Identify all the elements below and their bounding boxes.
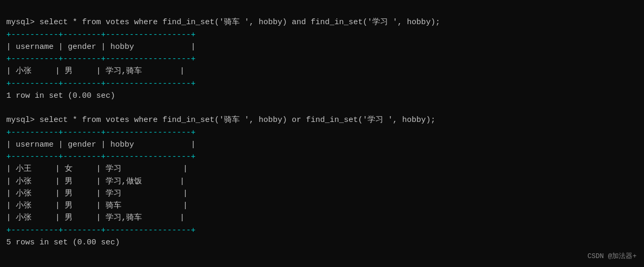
- query2-row-1: | 小张 | 男 | 学习,做饭 |: [6, 177, 185, 186]
- query1-header: | username | gender | hobby |: [6, 43, 196, 52]
- query2-header: | username | gender | hobby |: [6, 140, 196, 149]
- query2-row-2: | 小张 | 男 | 学习 |: [6, 189, 188, 198]
- query1-divider-bot: +----------+--------+------------------+: [6, 79, 196, 88]
- query1-line: mysql> select * from votes where find_in…: [6, 18, 440, 27]
- query1-divider-top: +----------+--------+------------------+: [6, 30, 196, 39]
- query2-line: mysql> select * from votes where find_in…: [6, 116, 435, 125]
- query2-row-0: | 小王 | 女 | 学习 |: [6, 165, 188, 173]
- query1-result: 1 row in set (0.00 sec): [6, 91, 115, 100]
- query2-divider-top: +----------+--------+------------------+: [6, 128, 196, 137]
- prompt2: mysql>: [6, 116, 39, 125]
- query2-result: 5 rows in set (0.00 sec): [6, 238, 120, 247]
- prompt1: mysql>: [6, 18, 39, 27]
- query1-row-0: | 小张 | 男 | 学习,骑车 |: [6, 67, 185, 76]
- query2-divider-bot: +----------+--------+------------------+: [6, 226, 196, 235]
- query1-sql: select * from votes where find_in_set('骑…: [39, 18, 440, 27]
- query2-divider-mid: +----------+--------+------------------+: [6, 152, 196, 161]
- query2-row-4: | 小张 | 男 | 学习,骑车 |: [6, 213, 185, 222]
- terminal-output: mysql> select * from votes where find_in…: [6, 4, 638, 249]
- query2-sql: select * from votes where find_in_set('骑…: [39, 116, 435, 125]
- query1-divider-mid: +----------+--------+------------------+: [6, 55, 196, 64]
- query2-row-3: | 小张 | 男 | 骑车 |: [6, 201, 188, 210]
- watermark: CSDN @加法器+: [587, 251, 637, 262]
